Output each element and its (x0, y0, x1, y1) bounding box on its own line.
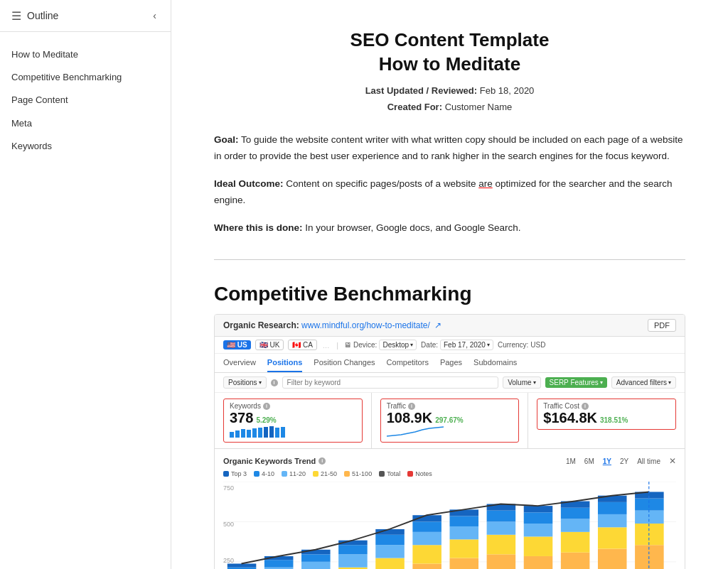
traffic-info-icon: i (408, 403, 415, 410)
mini-bar-chart (230, 426, 287, 438)
svg-rect-52 (487, 511, 516, 522)
updated-value: Feb 18, 2020 (480, 85, 535, 96)
svg-rect-5 (258, 428, 262, 438)
organic-research-link[interactable]: www.mindful.org/how-to-meditate/ (301, 320, 430, 330)
svg-rect-6 (264, 427, 268, 438)
mini-trend-chart (387, 426, 444, 438)
legend-dot-21-50 (313, 471, 318, 477)
sidebar-item-keywords[interactable]: Keywords (0, 135, 171, 158)
doc-title-block: SEO Content Template How to Meditate (214, 28, 685, 77)
advanced-chevron: ▾ (668, 379, 671, 386)
chart-title: Organic Keywords Trend i (223, 457, 326, 465)
created-label: Created For: (387, 102, 442, 112)
traffic-cost-info-icon: i (582, 403, 589, 410)
svg-rect-57 (524, 512, 553, 524)
metric-traffic-cost-label: Traffic Cost i (543, 402, 670, 410)
svg-rect-39 (412, 564, 441, 569)
device-dropdown[interactable]: Desktop ▾ (379, 340, 417, 350)
bench-tabs: Overview Positions Position Changes Comp… (215, 354, 685, 373)
svg-rect-40 (412, 545, 441, 563)
metric-traffic-cost-value: $164.8K 318.51% (543, 410, 670, 426)
metric-traffic: Traffic i 108.9K 297.67% (372, 393, 529, 448)
svg-rect-62 (561, 508, 590, 519)
tab-position-changes[interactable]: Position Changes (314, 354, 375, 372)
collapse-sidebar-button[interactable]: ‹ (150, 9, 159, 23)
positions-filter-dropdown[interactable]: Positions ▾ (223, 376, 267, 389)
are-underlined: are (478, 178, 493, 189)
chart-info-icon: i (318, 457, 326, 465)
sidebar-item-page-content[interactable]: Page Content (0, 89, 171, 112)
bench-section-title: Competitive Benchmarking (214, 283, 685, 305)
metric-keywords-label: Keywords i (230, 402, 356, 410)
svg-rect-64 (598, 549, 627, 569)
created-value: Customer Name (445, 102, 513, 112)
chart-close-button[interactable]: ✕ (669, 456, 676, 466)
date-dropdown[interactable]: Feb 17, 2020 ▾ (440, 340, 493, 350)
metric-traffic-change: 297.67% (435, 416, 463, 424)
chart-time-1y[interactable]: 1Y (600, 457, 614, 466)
chart-time-6m[interactable]: 6M (582, 457, 597, 466)
svg-rect-51 (487, 521, 516, 534)
svg-rect-72 (635, 499, 664, 511)
doc-main-title: SEO Content Template How to Meditate (214, 28, 685, 77)
metric-traffic-value: 108.9K 297.67% (387, 410, 513, 426)
svg-rect-9 (281, 427, 285, 438)
svg-rect-60 (561, 532, 590, 553)
svg-rect-42 (412, 521, 441, 531)
legend-dot-11-20 (282, 471, 287, 477)
keyword-filter-input[interactable] (282, 376, 499, 389)
tab-pages[interactable]: Pages (440, 354, 462, 372)
external-link-icon: ↗ (434, 320, 441, 330)
bench-chart-area: Organic Keywords Trend i 1M 6M 1Y 2Y All… (215, 449, 685, 569)
chart-time-2y[interactable]: 2Y (617, 457, 631, 466)
advanced-filter-dropdown[interactable]: Advanced filters ▾ (611, 376, 676, 389)
svg-rect-47 (450, 516, 479, 526)
bench-card: Organic Research: www.mindful.org/how-to… (214, 314, 685, 569)
bench-toolbar: 🇺🇸 US 🇬🇧 UK 🇨🇦 CA ... | 🖥 Device: Deskto… (215, 337, 685, 354)
chart-time-1m[interactable]: 1M (563, 457, 579, 466)
chart-time-alltime[interactable]: All time (634, 457, 663, 466)
sidebar-nav: How to Meditate Competitive Benchmarking… (0, 32, 171, 169)
sidebar: ☰ Outline ‹ How to Meditate Competitive … (0, 0, 171, 569)
metric-traffic-cost: Traffic Cost i $164.8K 318.51% (528, 393, 685, 448)
country-tag-ca[interactable]: 🇨🇦 CA (288, 340, 317, 350)
ideal-outcome-paragraph: Ideal Outcome: Content on specific pages… (214, 176, 685, 209)
volume-filter-dropdown[interactable]: Volume ▾ (503, 376, 540, 389)
svg-rect-26 (301, 562, 331, 569)
legend-total: Total (379, 470, 400, 477)
metric-traffic-cost-box: Traffic Cost i $164.8K 318.51% (537, 399, 676, 430)
svg-rect-2 (241, 429, 245, 438)
tab-positions[interactable]: Positions (267, 354, 303, 372)
metric-traffic-cost-change: 318.51% (600, 416, 628, 424)
device-chevron: ▾ (410, 342, 413, 348)
device-label: 🖥 Device: Desktop ▾ (344, 340, 417, 350)
svg-rect-31 (338, 554, 368, 567)
country-tag-us[interactable]: 🇺🇸 US (223, 340, 251, 349)
svg-rect-35 (375, 558, 405, 569)
sidebar-item-competitive-benchmarking[interactable]: Competitive Benchmarking (0, 66, 171, 89)
tab-overview[interactable]: Overview (223, 354, 256, 372)
positions-info-icon: i (271, 379, 278, 386)
country-tag-uk[interactable]: 🇬🇧 UK (255, 340, 284, 350)
metric-keywords-change: 5.29% (256, 416, 276, 424)
svg-rect-36 (375, 545, 405, 558)
chart-header: Organic Keywords Trend i 1M 6M 1Y 2Y All… (223, 456, 676, 466)
volume-chevron: ▾ (533, 379, 536, 386)
serp-filter-dropdown[interactable]: SERP Features ▾ (545, 377, 607, 388)
chart-y-labels: 750 500 250 0 (223, 482, 240, 569)
main-content: SEO Content Template How to Meditate Las… (171, 0, 728, 569)
svg-rect-50 (487, 535, 516, 555)
tab-competitors[interactable]: Competitors (387, 354, 429, 372)
sidebar-item-how-to-meditate[interactable]: How to Meditate (0, 43, 171, 66)
chart-svg (223, 482, 676, 569)
tab-subdomains[interactable]: Subdomains (473, 354, 517, 372)
svg-rect-59 (561, 553, 590, 569)
svg-rect-32 (338, 545, 368, 554)
legend-dot-top3 (223, 471, 229, 477)
pdf-button[interactable]: PDF (648, 319, 676, 332)
doc-meta: Last Updated / Reviewed: Feb 18, 2020 Cr… (214, 82, 685, 116)
svg-rect-45 (450, 539, 479, 558)
svg-rect-54 (524, 556, 553, 569)
sidebar-item-meta[interactable]: Meta (0, 112, 171, 135)
bench-metrics: Keywords i 378 5.29% (215, 393, 685, 449)
